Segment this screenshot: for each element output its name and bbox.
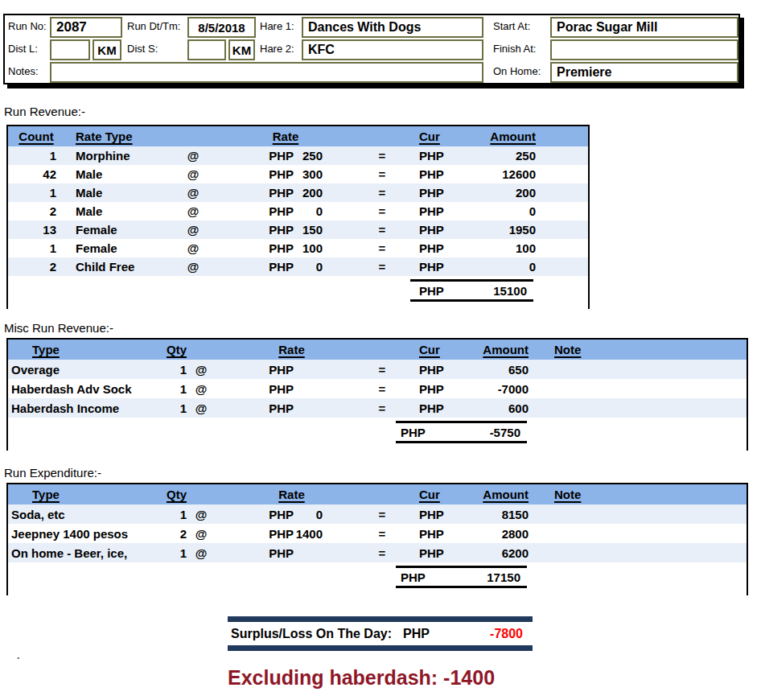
amount-value: 8150 xyxy=(467,508,551,521)
table-row: Haberdash Adv Sock 1 @ PHP = PHP -7000 xyxy=(8,379,747,398)
header-cur: Cur xyxy=(414,130,463,143)
count-value: 1 xyxy=(8,186,64,200)
rate-value: 0 xyxy=(294,508,326,521)
at-symbol: @ xyxy=(193,527,225,541)
table-row: 1 Male @ PHP 200 = PHP 200 xyxy=(8,183,588,202)
header-rate: Rate xyxy=(225,488,326,501)
equals-symbol: = xyxy=(326,223,414,237)
table-row: Soda, etc 1 @ PHP 0 = PHP 8150 xyxy=(8,504,747,524)
table-row: 42 Male @ PHP 300 = PHP 12600 xyxy=(8,165,588,183)
on-home-label: On Home: xyxy=(493,65,541,77)
total-amount: 15100 xyxy=(493,284,527,298)
qty-value: 1 xyxy=(157,401,193,415)
equals-symbol: = xyxy=(326,204,414,218)
rate-type-value: Male xyxy=(64,204,173,218)
currency-label: PHP xyxy=(213,186,294,200)
header-rate-type: Rate Type xyxy=(64,130,173,143)
amount-value: 0 xyxy=(463,204,547,218)
count-value: 1 xyxy=(8,241,64,255)
at-symbol: @ xyxy=(193,546,225,560)
type-value: Jeepney 1400 pesos xyxy=(8,527,157,541)
equals-symbol: = xyxy=(326,167,414,181)
notes-field[interactable] xyxy=(50,62,483,83)
cur-value: PHP xyxy=(414,167,463,181)
run-no-field[interactable]: 2087 xyxy=(50,17,122,38)
run-revenue-total: PHP 15100 xyxy=(410,279,533,302)
currency-label: PHP xyxy=(213,149,294,163)
at-symbol: @ xyxy=(193,363,225,377)
cur-value: PHP xyxy=(414,401,467,415)
equals-symbol: = xyxy=(326,241,414,255)
count-value: 42 xyxy=(8,167,64,181)
misc-revenue-total: PHP -5750 xyxy=(396,421,527,443)
amount-value: 650 xyxy=(467,363,551,377)
currency-label: PHP xyxy=(225,546,294,560)
total-amount: 17150 xyxy=(487,570,520,584)
amount-value: -7000 xyxy=(467,382,551,396)
cur-value: PHP xyxy=(414,546,467,560)
run-revenue-table: Count Rate Type Rate Cur Amount 1 Morphi… xyxy=(6,125,590,309)
run-revenue-total-area: PHP 15100 xyxy=(8,276,588,311)
misc-revenue-table: Type Qty Rate Cur Amount Note Overage 1 … xyxy=(6,338,748,451)
equals-symbol: = xyxy=(326,363,414,377)
amount-value: 12600 xyxy=(463,167,547,181)
hare2-field[interactable]: KFC xyxy=(302,39,483,60)
hare2-label: Hare 2: xyxy=(260,43,294,55)
currency-label: PHP xyxy=(213,223,294,237)
header-amount: Amount xyxy=(467,343,551,356)
dist-l-field[interactable] xyxy=(50,39,90,60)
table-row: Haberdash Income 1 @ PHP = PHP 600 xyxy=(8,398,747,418)
currency-label: PHP xyxy=(213,260,294,274)
amount-value: 1950 xyxy=(463,223,547,237)
equals-symbol: = xyxy=(326,508,414,521)
currency-label: PHP xyxy=(213,241,294,255)
run-dt-field[interactable]: 8/5/2018 xyxy=(187,17,256,38)
amount-value: 250 xyxy=(463,149,547,163)
run-expenditure-total: PHP 17150 xyxy=(396,566,527,588)
header-type: Type xyxy=(8,343,157,356)
cur-value: PHP xyxy=(414,186,463,200)
rate-type-value: Female xyxy=(64,241,173,255)
currency-label: PHP xyxy=(213,167,294,181)
equals-symbol: = xyxy=(326,186,414,200)
total-currency: PHP xyxy=(401,426,426,439)
surplus-value: -7800 xyxy=(490,627,533,641)
hare1-label: Hare 1: xyxy=(260,20,294,32)
cur-value: PHP xyxy=(414,527,467,541)
cur-value: PHP xyxy=(414,241,463,255)
table-row: 2 Male @ PHP 0 = PHP 0 xyxy=(8,202,588,220)
currency-label: PHP xyxy=(225,527,294,541)
run-expenditure-header-row: Type Qty Rate Cur Amount Note xyxy=(8,484,747,504)
hare1-field[interactable]: Dances With Dogs xyxy=(302,17,483,38)
header-amount: Amount xyxy=(463,130,547,143)
surplus-top-bar xyxy=(228,616,533,622)
at-symbol: @ xyxy=(193,382,225,396)
finish-at-field[interactable] xyxy=(550,39,738,60)
run-revenue-header-row: Count Rate Type Rate Cur Amount xyxy=(8,126,588,146)
header-amount: Amount xyxy=(467,488,551,501)
dist-s-field[interactable] xyxy=(187,39,226,60)
total-currency: PHP xyxy=(419,284,444,298)
equals-symbol: = xyxy=(326,401,414,415)
table-row: 1 Female @ PHP 100 = PHP 100 xyxy=(8,239,588,257)
run-expenditure-title: Run Expenditure:- xyxy=(4,466,101,480)
rate-type-value: Male xyxy=(64,167,173,181)
header-qty: Qty xyxy=(157,488,193,501)
currency-label: PHP xyxy=(213,204,294,218)
cur-value: PHP xyxy=(414,508,467,521)
start-at-field[interactable]: Porac Sugar Mill xyxy=(550,17,738,38)
header-cur: Cur xyxy=(414,343,467,356)
type-value: On home - Beer, ice, xyxy=(8,546,157,560)
cur-value: PHP xyxy=(414,382,467,396)
amount-value: 600 xyxy=(467,401,551,415)
cur-value: PHP xyxy=(414,223,463,237)
type-value: Haberdash Adv Sock xyxy=(8,382,157,396)
dist-l-km-unit: KM xyxy=(93,39,121,60)
at-symbol: @ xyxy=(173,260,213,274)
header-qty: Qty xyxy=(157,343,193,356)
rate-value: 150 xyxy=(294,223,326,237)
run-dt-label: Run Dt/Tm: xyxy=(127,20,180,32)
count-value: 2 xyxy=(8,204,64,218)
on-home-field[interactable]: Premiere xyxy=(550,62,738,83)
misc-revenue-title: Misc Run Revenue:- xyxy=(4,321,113,335)
